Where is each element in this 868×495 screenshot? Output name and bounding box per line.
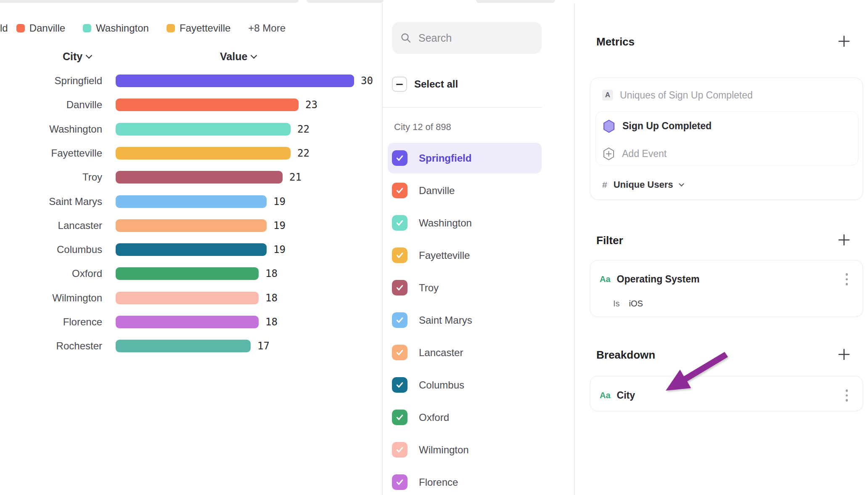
bar[interactable] [116,243,267,256]
bar[interactable] [116,147,291,160]
city-list-item[interactable]: Danville [388,175,542,206]
add-event-button[interactable]: Add Event [603,144,667,164]
city-list-item[interactable]: Troy [388,272,542,303]
check-icon [395,250,405,260]
search-box[interactable] [392,22,542,54]
text-type-badge: Aa [600,391,611,400]
check-icon [395,412,405,422]
chart-row: Fayetteville22 [0,141,382,165]
chart-row: Wilmington18 [0,286,382,310]
city-list-item[interactable]: Wilmington [388,434,542,465]
bar-value-label: 18 [265,286,278,310]
chart-row: Danville23 [0,93,382,117]
chart-row: Lancaster19 [0,213,382,238]
city-checkbox[interactable] [392,280,408,295]
city-list-item[interactable]: Washington [388,208,542,238]
bar-category-label: Florence [0,310,102,334]
city-name-label: Columbus [419,379,464,391]
bar-value-label: 19 [273,237,286,262]
breakdown-menu-button[interactable] [846,389,848,402]
city-checkbox[interactable] [392,442,408,458]
bar[interactable] [116,195,267,208]
chart-row: Columbus19 [0,237,382,262]
legend-item[interactable]: Washington [83,22,149,34]
bar-category-label: Washington [0,117,102,141]
select-all-row[interactable]: Select all [392,77,458,92]
bar-value-label: 19 [273,213,286,238]
chart-column-value[interactable]: Value [220,50,256,63]
chart-row: Rochester17 [0,334,382,358]
add-filter-button[interactable] [838,234,850,246]
breakdown-card[interactable]: Aa City [590,376,863,411]
legend-item[interactable]: Fayetteville [167,22,230,34]
city-checkbox[interactable] [392,183,408,198]
bar-category-label: Lancaster [0,213,102,238]
chevron-down-icon [251,52,257,59]
select-all-checkbox[interactable] [392,77,407,92]
legend-item[interactable]: Danville [16,22,65,34]
city-checkbox[interactable] [392,150,408,166]
bar[interactable] [116,340,251,352]
add-metric-button[interactable] [838,35,850,48]
text-type-badge: Aa [600,274,611,284]
city-list-item[interactable]: Columbus [388,370,542,400]
number-symbol: # [602,180,607,190]
legend-label: Washington [96,22,149,34]
plus-icon [838,35,850,48]
filter-clause[interactable]: Is iOS [613,299,643,309]
city-list-item[interactable]: Springfield [388,143,542,173]
bar-value-label: 19 [273,189,286,214]
city-checkbox[interactable] [392,345,408,360]
bar[interactable] [116,219,267,232]
check-icon [395,477,405,487]
search-input[interactable] [418,32,524,44]
filter-menu-button[interactable] [846,273,848,285]
bar-category-label: Fayetteville [0,141,102,165]
bar[interactable] [116,171,283,184]
chart-column-city[interactable]: City [63,50,91,63]
legend-more-button[interactable]: +8 More [248,22,286,34]
toolbar-sliver [476,0,555,3]
divider [383,107,542,108]
add-breakdown-button[interactable] [838,348,850,361]
chart-column-city-label: City [63,51,82,63]
check-icon [395,380,405,390]
metric-summary-row: A Uniques of Sign Up Completed [602,85,753,105]
check-icon [395,348,405,357]
city-list-item[interactable]: Saint Marys [388,305,542,335]
metric-card[interactable]: A Uniques of Sign Up Completed Sign Up C… [590,77,863,200]
search-icon [400,32,412,44]
bar[interactable] [116,316,259,328]
bar-category-label: Springfield [0,69,102,93]
filter-property-name: Operating System [617,274,700,285]
legend-swatch [83,24,91,32]
city-checkbox[interactable] [392,377,408,393]
bar[interactable] [116,75,354,87]
city-list-item[interactable]: Florence [388,467,542,495]
city-list-item[interactable]: Lancaster [388,337,542,368]
bar[interactable] [116,292,259,304]
city-checkbox[interactable] [392,312,408,328]
event-row[interactable]: Sign Up Completed [603,114,712,138]
bar[interactable] [116,123,291,136]
city-checkbox[interactable] [392,248,408,263]
city-checkbox[interactable] [392,474,408,490]
legend-item-truncated[interactable]: ld [0,22,8,34]
city-list-item[interactable]: Fayetteville [388,240,542,271]
bar[interactable] [116,98,299,111]
city-checkbox[interactable] [392,215,408,231]
city-list-item[interactable]: Oxford [388,402,542,433]
city-name-label: Lancaster [419,347,463,359]
check-icon [395,445,405,455]
measure-selector[interactable]: # Unique Users [602,177,683,192]
inspector-panel: Metrics A Uniques of Sign Up Completed S… [576,0,868,495]
city-name-label: Troy [419,282,439,294]
indeterminate-icon [396,84,403,85]
bar[interactable] [116,267,259,280]
bar-value-label: 22 [297,141,310,165]
filter-property-row: Aa Operating System [600,271,699,287]
filter-card[interactable]: Aa Operating System Is iOS [590,260,863,317]
legend-items: DanvilleWashingtonFayetteville [16,22,231,34]
legend-label: Danville [29,22,65,34]
city-checkbox[interactable] [392,410,408,425]
